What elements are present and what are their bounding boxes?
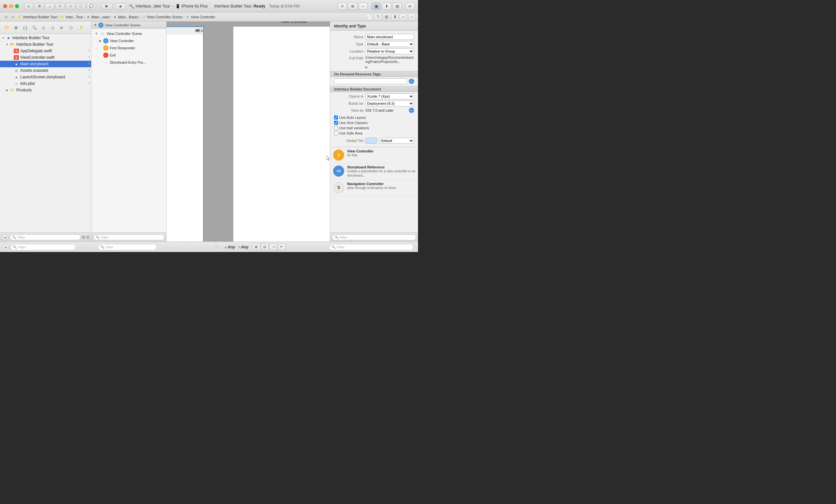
inspector-tint-color-well[interactable] [365,138,377,143]
inspector-panel-button[interactable]: ▤ [393,3,402,10]
size-inspector-button[interactable]: ↔ [400,14,407,20]
iphone-canvas-frame[interactable] [167,26,204,242]
inspector-header: Identity and Type [330,22,418,31]
breakpoint-nav-button[interactable]: ⬡ [66,24,75,31]
editor-standard-button[interactable]: ≡ [338,3,347,10]
inspector-field-name[interactable] [365,34,414,40]
bc-scene-label: View Controller Scene [147,15,183,19]
nav-back-button[interactable]: ◁ [3,14,9,20]
size-class-display[interactable]: w Any h Any [224,245,248,249]
bc-viewcontroller[interactable]: ● View Controller [185,15,215,19]
file-inspector-button[interactable]: 📄 [366,14,373,20]
align-leading-button[interactable]: ⊞ [252,244,260,251]
environment-button[interactable]: ⬡ [76,3,86,9]
debug-panel-button[interactable]: ⬇ [382,3,391,10]
connections-inspector-button[interactable]: → [408,14,415,20]
nav-item-root[interactable]: ▼ ■ Interface Builder Tour [0,35,91,41]
bc-scene[interactable]: ⬡ View Controller Scene [141,15,183,19]
obj-lib-name-storyboard-ref: Storyboard Reference [347,165,415,169]
find-nav-button[interactable]: 🔍 [30,24,39,31]
obj-lib-item-storyboard-ref[interactable]: SB Storyboard Reference rovides a placeh… [330,163,418,180]
iphone-status-bar [167,27,203,34]
nav-item-products[interactable]: ▶ 📁 Products [0,87,91,93]
inspector-view-as-add-button[interactable]: + [409,108,414,113]
nav-item-project-folder[interactable]: ▼ 📂 Interface Builder Tour [0,41,91,48]
navigator-add-button[interactable]: + [2,234,8,240]
nav-item-assets[interactable]: ⊞ Assets.xcassets ? [0,67,91,74]
inspector-bottom-filter-input[interactable]: 🔍 Filter [329,244,414,250]
obj-lib-item-nav-controller[interactable]: ⇅ Navigation Controller ation through a … [330,180,418,196]
canvas-area[interactable]: View Controller [167,22,330,241]
identity-inspector-button[interactable]: ⊞ [383,14,390,20]
project-nav-button[interactable]: 📁 [3,24,11,31]
comment-button[interactable]: 💬 [87,3,96,9]
inspector-select-global-tint[interactable]: Default [379,138,414,143]
symbol-nav-button[interactable]: { } [21,24,30,31]
utilities-button[interactable]: ⊳ [405,3,415,10]
nav-item-viewcontroller-swift[interactable]: S ViewController.swift ? [0,54,91,61]
inspector-tags-add-button[interactable]: + [409,79,414,84]
obj-lib-item-vc[interactable]: V View Controller ler that [330,147,418,163]
nav-item-infoplist[interactable]: ≡ Info.plist ? [0,80,91,87]
scene-item-vc[interactable]: ▶ V View Controller [92,37,166,44]
nav-item-appdelegate[interactable]: S AppDelegate.swift ? [0,48,91,54]
scene-item-exit[interactable]: ← Exit [92,52,166,59]
bc-project[interactable]: 📁 Interface Builder Tour [18,15,57,19]
attributes-inspector-button[interactable]: ⬇ [391,14,398,20]
scene-bottom-filter-input[interactable]: 🔍 Filter [98,244,157,250]
debug-nav-button[interactable]: ⊳ [57,24,66,31]
trait-variations-checkbox[interactable] [334,126,338,130]
minimize-button[interactable] [9,4,13,8]
warning-button[interactable]: ⚠ [56,3,65,9]
bottom-filter-input[interactable]: 🔍 Filter [11,244,76,250]
scene-item-first-responder[interactable]: F First Responder [92,44,166,52]
project-selector[interactable]: 🔨 Interface...ilder Tour › 📱 iPhone 6s P… [129,4,208,9]
issue-nav-button[interactable]: ⚠ [39,24,48,31]
nav-forward-button[interactable]: ▷ [10,14,17,20]
navigator-panel-button[interactable]: ▣ [372,3,381,10]
navigator-toggle-button[interactable]: ⊞ [35,3,44,9]
bc-storyboard[interactable]: ■ Main...oard [86,15,109,19]
search-button[interactable]: ⌕ [45,3,54,9]
safe-area-checkbox[interactable] [334,131,338,135]
navigator-sort-button[interactable]: ⊞ [82,235,85,239]
scene-item-entry-point[interactable]: → Storyboard Entry Poi... [92,59,166,66]
report-nav-button[interactable]: 📝 [76,24,84,31]
breakpoint-button[interactable]: ◇ [66,3,75,9]
inspector-select-type[interactable]: Default - Base [365,41,414,47]
size-classes-checkbox[interactable] [334,121,338,125]
bc-base[interactable]: ■ Main...Base) [112,15,138,19]
stop-button[interactable]: ■ [115,3,126,9]
inspector-select-builds-for[interactable]: Deployment (9.3) [365,100,414,106]
resolve-button[interactable]: ⊢ [278,244,286,251]
inspector-select-opens-in[interactable]: Xcode 7 (Xps) [365,93,414,99]
autolayout-checkbox[interactable] [334,116,338,119]
pin-button[interactable]: ⊣ [269,244,277,251]
inspector-fullpath-arrow[interactable]: ▶ [365,65,414,69]
editor-version-button[interactable]: ↔ [359,3,368,10]
canvas-toggle-button[interactable] [213,244,221,251]
quick-help-button[interactable]: ? [374,14,381,20]
scene-filter-input[interactable]: 🔍 Filter [93,234,164,240]
run-button[interactable]: ▶ [101,3,112,9]
vc-canvas-frame[interactable] [233,26,330,242]
close-button[interactable] [3,4,7,8]
editor-assistant-button[interactable]: ⊞ [348,3,357,10]
inspector-tags-field[interactable] [334,78,407,84]
nav-item-main-storyboard[interactable]: ■ Main.storyboard ? [0,61,91,67]
navigator-hierarchy-button[interactable]: ⊟ [86,235,89,239]
obj-lib-icon-vc: V [333,149,344,161]
inspector-filter-bar: 🔍 Filter [330,232,418,241]
bc-folder[interactable]: 📁 Inter...Tour [60,15,83,19]
inspector-filter-input[interactable]: 🔍 Filter [332,234,416,240]
inspector-select-location[interactable]: Relative to Group [365,48,414,54]
test-nav-button[interactable]: ◇ [48,24,57,31]
source-control-button[interactable]: ⊞ [12,24,20,31]
sidebar-toggle-button[interactable]: ≡ [24,3,33,9]
align-center-button[interactable]: ⊟ [261,244,269,251]
nav-add-file-button[interactable]: + [3,244,9,250]
nav-item-launch-storyboard[interactable]: ■ LaunchScreen.storyboard ? [0,74,91,80]
maximize-button[interactable] [15,4,19,8]
navigator-filter-input[interactable]: 🔍 Filter [10,234,81,240]
scene-item-root[interactable]: ▼ ⬡ View Controller Scene [92,30,166,37]
